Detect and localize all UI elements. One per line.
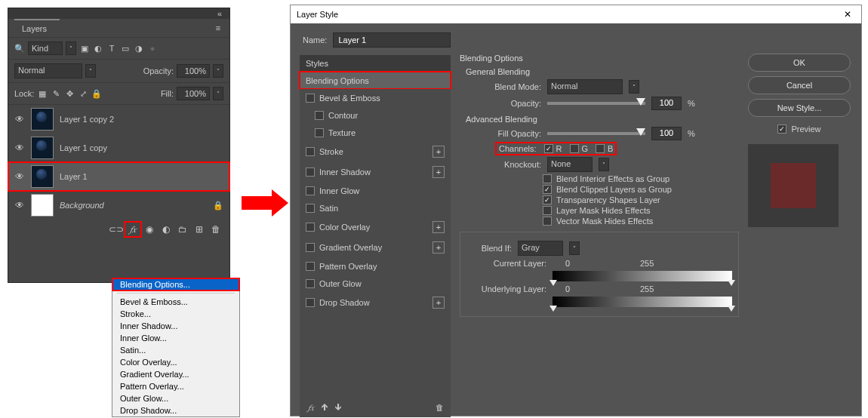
add-icon[interactable]: + — [432, 297, 445, 309]
style-checkbox[interactable] — [306, 223, 315, 232]
channel-b-checkbox[interactable] — [596, 144, 605, 153]
menu-pattern-overlay[interactable]: Pattern Overlay... — [112, 380, 239, 392]
filter-chevron-icon[interactable]: ˅ — [66, 41, 76, 55]
layer-thumbnail[interactable] — [31, 137, 54, 159]
opacity-slider[interactable] — [547, 102, 645, 105]
filter-smart-icon[interactable]: ◑ — [134, 43, 144, 54]
style-inner-shadow[interactable]: Inner Shadow+ — [300, 161, 451, 182]
new-style-button[interactable]: New Style... — [748, 99, 851, 117]
menu-bevel-emboss[interactable]: Bevel & Emboss... — [112, 296, 239, 308]
layer-thumbnail[interactable] — [31, 194, 54, 217]
filter-shape-icon[interactable]: ▭ — [120, 43, 131, 54]
close-icon[interactable]: ✕ — [840, 8, 855, 21]
trash-icon[interactable]: 🗑 — [434, 402, 445, 413]
style-checkbox[interactable] — [306, 243, 315, 252]
style-bevel-emboss[interactable]: Bevel & Emboss — [300, 89, 451, 106]
filter-toggle-icon[interactable]: ● — [147, 43, 158, 54]
layer-row[interactable]: 👁 Layer 1 copy — [8, 134, 229, 162]
collapse-icon[interactable]: « — [214, 8, 225, 19]
lock-pos-icon[interactable]: ✥ — [64, 88, 75, 99]
styles-header[interactable]: Styles — [300, 55, 451, 72]
filter-pixel-icon[interactable]: ▣ — [79, 43, 90, 54]
trash-icon[interactable]: 🗑 — [208, 223, 223, 236]
dialog-title-bar[interactable]: Layer Style ✕ — [291, 5, 861, 23]
channel-g-checkbox[interactable] — [570, 144, 579, 153]
filter-adjust-icon[interactable]: ◐ — [93, 43, 103, 54]
style-color-overlay[interactable]: Color Overlay+ — [300, 217, 451, 237]
layer-name[interactable]: Layer 1 — [60, 172, 88, 181]
lock-paint-icon[interactable]: ✎ — [51, 88, 61, 99]
visibility-icon[interactable]: 👁 — [14, 171, 25, 182]
layer-name[interactable]: Layer 1 copy — [60, 143, 107, 152]
current-layer-gradient[interactable] — [553, 271, 732, 281]
style-checkbox[interactable] — [306, 147, 315, 156]
style-checkbox[interactable] — [306, 94, 315, 103]
style-checkbox[interactable] — [315, 128, 324, 137]
visibility-icon[interactable]: 👁 — [14, 143, 25, 153]
menu-blending-options[interactable]: Blending Options... — [112, 278, 239, 290]
style-stroke[interactable]: Stroke+ — [300, 141, 451, 161]
chevron-down-icon[interactable]: ˅ — [629, 80, 639, 94]
style-checkbox[interactable] — [306, 204, 315, 213]
move-down-icon[interactable]: 🡫 — [333, 402, 343, 413]
style-checkbox[interactable] — [306, 168, 315, 177]
style-gradient-overlay[interactable]: Gradient Overlay+ — [300, 237, 451, 257]
link-icon[interactable]: ⊂⊃ — [109, 223, 124, 236]
menu-gradient-overlay[interactable]: Gradient Overlay... — [112, 368, 239, 380]
style-outer-glow[interactable]: Outer Glow — [300, 275, 451, 292]
add-icon[interactable]: + — [432, 146, 445, 158]
under-layer-gradient[interactable] — [553, 297, 732, 307]
style-blending-options[interactable]: Blending Options — [300, 72, 451, 89]
mask-icon[interactable]: ◉ — [142, 223, 157, 236]
layer-name[interactable]: Background — [60, 201, 104, 210]
filter-kind[interactable]: Kind — [28, 41, 63, 55]
add-icon[interactable]: + — [432, 166, 445, 178]
layer-thumbnail[interactable] — [31, 165, 54, 188]
adjustment-icon[interactable]: ◐ — [159, 223, 174, 236]
menu-outer-glow[interactable]: Outer Glow... — [112, 392, 239, 404]
lock-all-icon[interactable]: 🔒 — [91, 88, 102, 99]
fx-icon[interactable]: 𝑓𝑥 — [125, 223, 140, 236]
opacity-value[interactable]: 100% — [177, 64, 210, 78]
style-checkbox[interactable] — [315, 111, 324, 120]
menu-inner-shadow[interactable]: Inner Shadow... — [112, 320, 239, 332]
filter-type-icon[interactable]: T — [106, 43, 117, 54]
blendif-select[interactable]: Gray — [518, 241, 563, 256]
opacity-chevron-icon[interactable]: ˅ — [213, 64, 223, 78]
menu-stroke[interactable]: Stroke... — [112, 308, 239, 320]
style-drop-shadow[interactable]: Drop Shadow+ — [300, 292, 451, 312]
channel-r-checkbox[interactable] — [544, 144, 553, 153]
cancel-button[interactable]: Cancel — [748, 76, 851, 94]
chevron-down-icon[interactable]: ˅ — [569, 241, 580, 255]
style-pattern-overlay[interactable]: Pattern Overlay — [300, 257, 451, 275]
knockout-select[interactable]: None — [547, 157, 593, 172]
style-inner-glow[interactable]: Inner Glow — [300, 182, 451, 199]
vector-mask-hides-checkbox[interactable] — [543, 217, 552, 226]
layer-row[interactable]: 👁 Background 🔒 — [8, 191, 229, 220]
blend-mode-select[interactable]: Normal — [14, 63, 82, 78]
lock-trans-icon[interactable]: ▦ — [37, 88, 48, 99]
fill-opacity-value[interactable]: 100 — [651, 127, 682, 140]
layer-thumbnail[interactable] — [31, 108, 54, 131]
move-up-icon[interactable]: 🡩 — [319, 402, 330, 413]
style-contour[interactable]: Contour — [300, 106, 451, 124]
blend-mode-select[interactable]: Normal — [547, 79, 623, 94]
style-checkbox[interactable] — [306, 279, 315, 288]
layer-row[interactable]: 👁 Layer 1 copy 2 — [8, 105, 229, 134]
transparency-shapes-checkbox[interactable] — [543, 195, 552, 204]
chevron-down-icon[interactable]: ˅ — [599, 158, 609, 171]
menu-drop-shadow[interactable]: Drop Shadow... — [112, 404, 239, 416]
menu-satin[interactable]: Satin... — [112, 344, 239, 356]
layer-name[interactable]: Layer 1 copy 2 — [60, 115, 114, 124]
new-layer-icon[interactable]: ⊞ — [192, 223, 207, 236]
blend-clipped-checkbox[interactable] — [543, 185, 552, 194]
menu-inner-glow[interactable]: Inner Glow... — [112, 332, 239, 344]
add-icon[interactable]: + — [432, 221, 445, 233]
style-satin[interactable]: Satin — [300, 199, 451, 217]
menu-color-overlay[interactable]: Color Overlay... — [112, 356, 239, 368]
lock-artboard-icon[interactable]: ⤢ — [78, 88, 88, 99]
style-checkbox[interactable] — [306, 186, 315, 195]
visibility-icon[interactable]: 👁 — [14, 200, 25, 211]
style-checkbox[interactable] — [306, 262, 315, 271]
blend-chevron-icon[interactable]: ˅ — [85, 64, 96, 78]
